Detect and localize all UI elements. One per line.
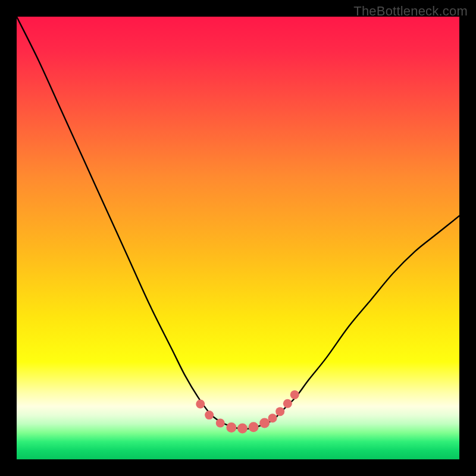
bottleneck-curve — [17, 17, 459, 429]
marker-dot — [216, 418, 225, 427]
marker-dot — [237, 423, 248, 433]
marker-dot — [249, 422, 259, 432]
marker-dot — [226, 422, 236, 433]
marker-dot — [275, 407, 284, 416]
outer-frame: TheBottleneck.com — [0, 0, 476, 476]
marker-dot — [205, 411, 214, 419]
marker-dot — [268, 414, 277, 422]
highlight-markers — [196, 390, 299, 434]
marker-dot — [283, 399, 292, 408]
marker-dot — [290, 390, 299, 399]
curve-layer — [17, 17, 459, 459]
plot-area — [17, 17, 459, 459]
marker-dot — [259, 418, 270, 428]
marker-dot — [196, 400, 205, 409]
